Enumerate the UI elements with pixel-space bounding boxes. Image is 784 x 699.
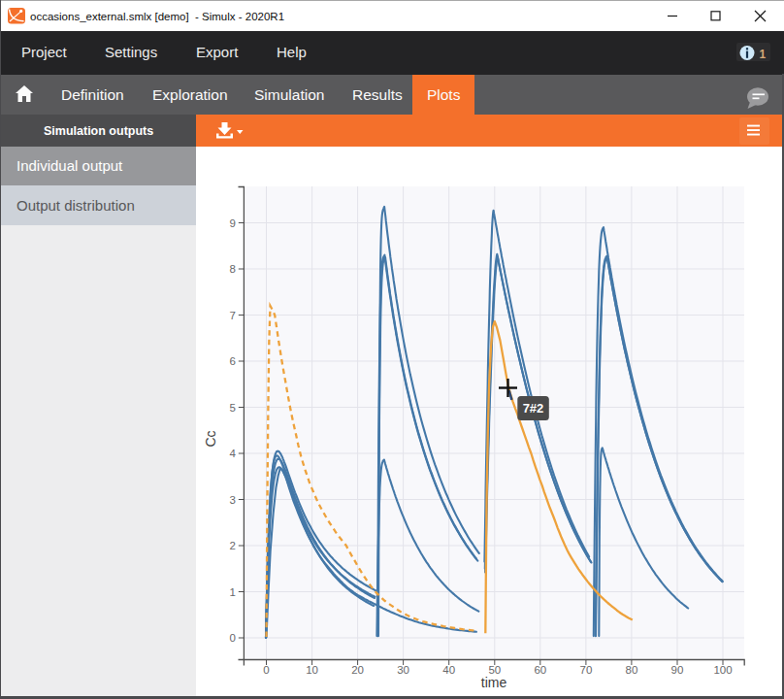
svg-text:2: 2 — [230, 540, 236, 551]
svg-text:1: 1 — [230, 586, 236, 598]
svg-text:9: 9 — [230, 217, 236, 229]
svg-text:7#2: 7#2 — [523, 401, 544, 416]
svg-text:40: 40 — [442, 664, 455, 676]
svg-text:10: 10 — [306, 664, 318, 676]
svg-text:80: 80 — [626, 664, 638, 676]
svg-text:0: 0 — [230, 632, 236, 644]
svg-text:90: 90 — [671, 664, 684, 676]
svg-text:100: 100 — [713, 664, 732, 676]
svg-text:0: 0 — [263, 664, 269, 676]
svg-text:8: 8 — [230, 263, 236, 275]
svg-text:60: 60 — [534, 664, 546, 676]
svg-text:5: 5 — [230, 402, 236, 414]
svg-text:70: 70 — [580, 664, 593, 676]
svg-text:Cc: Cc — [203, 430, 218, 447]
svg-text:30: 30 — [397, 664, 409, 676]
svg-text:4: 4 — [230, 448, 237, 459]
svg-text:6: 6 — [230, 355, 236, 367]
svg-text:time: time — [481, 675, 507, 690]
svg-text:20: 20 — [351, 664, 364, 676]
svg-text:3: 3 — [230, 494, 236, 506]
svg-text:7: 7 — [230, 310, 236, 321]
svg-text:1: 1 — [760, 48, 767, 61]
